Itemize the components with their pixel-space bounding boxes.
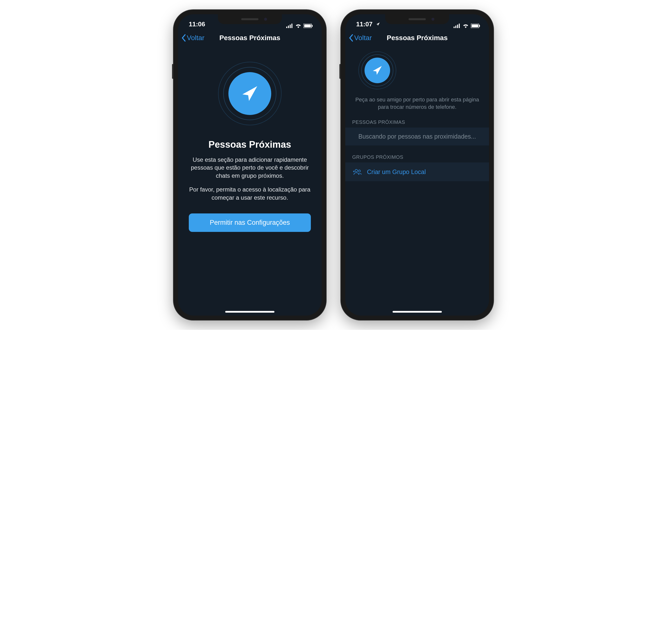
battery-icon — [304, 23, 313, 28]
hero-body-1: Use esta seção para adicionar rapidament… — [189, 156, 311, 180]
searching-text: Buscando por pessoas nas proximidades... — [358, 133, 476, 140]
intro-block: Peça ao seu amigo por perto para abrir e… — [345, 47, 489, 111]
hero-content: Pessoas Próximas Use esta seção para adi… — [178, 47, 322, 316]
back-button[interactable]: Voltar — [181, 34, 205, 42]
back-label: Voltar — [354, 34, 372, 42]
cellular-icon — [454, 23, 460, 28]
location-orb-small — [355, 48, 400, 93]
home-indicator[interactable] — [393, 311, 442, 313]
status-time: 11:06 — [189, 20, 205, 28]
location-status-icon — [376, 22, 380, 26]
device-notch — [218, 14, 282, 24]
wifi-icon — [295, 23, 302, 28]
allow-settings-button[interactable]: Permitir nas Configurações — [189, 213, 311, 232]
svg-rect-1 — [288, 26, 289, 28]
svg-rect-10 — [459, 23, 460, 28]
wifi-icon — [462, 23, 469, 28]
svg-rect-3 — [291, 23, 292, 28]
svg-rect-2 — [290, 25, 291, 28]
location-orb — [213, 57, 287, 130]
section-header-groups: GRUPOS PRÓXIMOS — [345, 145, 489, 162]
home-indicator[interactable] — [225, 311, 274, 313]
hero-body-2: Por favor, permita o acesso à localizaçã… — [189, 186, 311, 202]
list-content: Peça ao seu amigo por perto para abrir e… — [345, 47, 489, 316]
svg-rect-12 — [472, 25, 478, 27]
add-group-icon — [352, 168, 362, 176]
searching-cell: Buscando por pessoas nas proximidades... — [345, 128, 489, 145]
svg-rect-9 — [457, 25, 458, 28]
cellular-icon — [286, 23, 293, 28]
svg-rect-0 — [286, 27, 287, 28]
phone-left: 11:06 Voltar Pessoas Próximas Pessoas Pr… — [174, 10, 326, 320]
device-notch — [385, 14, 449, 24]
nav-bar: Voltar Pessoas Próximas — [345, 29, 489, 47]
svg-rect-6 — [312, 25, 313, 27]
status-time: 11:07 — [356, 20, 373, 28]
back-button[interactable]: Voltar — [349, 34, 372, 42]
phone-right: 11:07 Voltar Pessoas Próximas — [341, 10, 493, 320]
chevron-left-icon — [181, 34, 186, 42]
svg-rect-5 — [304, 25, 311, 27]
chevron-left-icon — [349, 34, 354, 42]
svg-point-15 — [358, 170, 360, 172]
create-group-label: Criar um Grupo Local — [367, 168, 426, 176]
battery-icon — [471, 23, 480, 28]
nav-bar: Voltar Pessoas Próximas — [178, 29, 322, 47]
back-label: Voltar — [187, 34, 205, 42]
section-header-people: PESSOAS PRÓXIMAS — [345, 111, 489, 128]
svg-point-14 — [355, 170, 358, 172]
svg-rect-13 — [479, 25, 480, 27]
svg-rect-7 — [454, 27, 455, 28]
hero-title: Pessoas Próximas — [209, 139, 291, 150]
intro-text: Peça ao seu amigo por perto para abrir e… — [355, 96, 479, 111]
create-group-cell[interactable]: Criar um Grupo Local — [345, 162, 489, 181]
svg-rect-8 — [455, 26, 456, 28]
